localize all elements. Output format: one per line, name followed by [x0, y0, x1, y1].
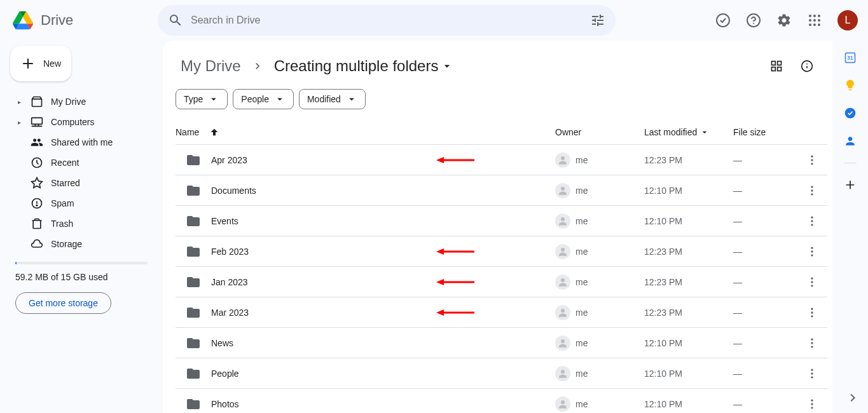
table-row[interactable]: Jan 2023 me 12:23 PM — — [176, 267, 827, 297]
owner-avatar-icon — [555, 335, 570, 351]
table-row[interactable]: People me 12:10 PM — — [176, 358, 827, 389]
svg-point-61 — [811, 369, 813, 370]
drive-icon — [31, 95, 43, 108]
expand-icon: ▸ — [15, 119, 23, 126]
drive-logo-home[interactable]: Drive — [10, 8, 153, 33]
search-bar[interactable] — [158, 5, 616, 36]
svg-point-2 — [753, 23, 754, 24]
svg-point-46 — [561, 278, 565, 282]
settings-icon[interactable] — [771, 8, 797, 33]
account-avatar[interactable]: L — [837, 10, 858, 30]
more-actions-icon[interactable] — [806, 184, 818, 197]
row-owner-label: me — [575, 277, 588, 287]
table-row[interactable]: Documents me 12:10 PM — — [176, 175, 827, 206]
expand-icon: ▸ — [15, 98, 23, 105]
folder-icon — [186, 152, 201, 168]
keep-icon[interactable] — [844, 79, 857, 91]
storage-icon — [31, 238, 43, 250]
nav-item-starred[interactable]: Starred — [10, 173, 153, 193]
svg-point-48 — [811, 281, 813, 283]
shared-icon — [31, 136, 43, 149]
owner-avatar-icon — [555, 244, 570, 259]
svg-point-52 — [561, 309, 565, 313]
folder-icon — [186, 274, 201, 290]
file-list: Name Owner Last modified File size Apr 2… — [163, 119, 832, 413]
more-actions-icon[interactable] — [806, 367, 818, 380]
svg-point-4 — [813, 15, 816, 17]
svg-rect-18 — [778, 62, 782, 65]
col-modified-header[interactable]: Last modified — [644, 127, 733, 137]
hide-panel-icon[interactable] — [845, 390, 860, 405]
nav-label: Computers — [51, 117, 94, 127]
row-size-label: — — [733, 216, 797, 226]
row-size-label: — — [733, 369, 797, 379]
contacts-icon[interactable] — [844, 135, 857, 147]
folder-icon — [186, 335, 201, 351]
tasks-icon[interactable] — [844, 107, 857, 119]
table-header: Name Owner Last modified File size — [176, 119, 827, 145]
add-on-icon[interactable] — [844, 179, 857, 191]
row-size-label: — — [733, 308, 797, 318]
filter-people[interactable]: People — [233, 89, 294, 109]
get-storage-button[interactable]: Get more storage — [15, 292, 111, 314]
folder-icon — [186, 244, 201, 259]
nav-item-storage[interactable]: Storage — [10, 234, 153, 254]
more-actions-icon[interactable] — [806, 337, 818, 349]
col-owner-header[interactable]: Owner — [555, 127, 644, 137]
svg-point-26 — [561, 156, 565, 160]
owner-avatar-icon — [555, 213, 570, 229]
more-actions-icon[interactable] — [806, 215, 818, 227]
dropdown-icon — [346, 93, 357, 105]
row-name-label: People — [211, 369, 239, 379]
more-actions-icon[interactable] — [806, 245, 818, 258]
filter-label: Type — [184, 94, 203, 104]
row-size-label: — — [733, 247, 797, 257]
side-panel: 31 — [832, 41, 868, 413]
table-row[interactable]: Photos me 12:10 PM — — [176, 389, 827, 413]
breadcrumb-root[interactable]: My Drive — [176, 55, 246, 78]
breadcrumb-current[interactable]: Creating multiple folders — [269, 55, 459, 78]
sort-arrow-icon[interactable] — [209, 127, 219, 137]
apps-icon[interactable] — [802, 8, 827, 33]
nav-item-computers[interactable]: ▸ Computers — [10, 112, 153, 132]
more-actions-icon[interactable] — [806, 398, 818, 410]
nav-item-spam[interactable]: Spam — [10, 193, 153, 213]
table-row[interactable]: Events me 12:10 PM — — [176, 206, 827, 236]
nav-label: Recent — [51, 158, 79, 168]
svg-point-5 — [818, 15, 820, 17]
tune-icon[interactable] — [590, 13, 605, 28]
breadcrumb: My Drive Creating multiple folders — [176, 55, 458, 78]
table-row[interactable]: Feb 2023 me 12:23 PM — — [176, 236, 827, 267]
more-actions-icon[interactable] — [806, 276, 818, 288]
help-icon[interactable] — [741, 8, 766, 33]
owner-avatar-icon — [555, 366, 570, 381]
row-name-label: News — [211, 338, 233, 348]
grid-view-icon[interactable] — [764, 53, 789, 79]
filter-modified[interactable]: Modified — [299, 89, 366, 109]
table-row[interactable]: News me 12:10 PM — — [176, 328, 827, 358]
more-actions-icon[interactable] — [806, 154, 818, 166]
row-size-label: — — [733, 186, 797, 196]
offline-ready-icon[interactable] — [710, 8, 736, 33]
dropdown-icon — [441, 60, 453, 72]
storage-section: 59.2 MB of 15 GB used Get more storage — [10, 262, 153, 314]
dropdown-icon — [274, 93, 286, 105]
new-button[interactable]: New — [10, 46, 71, 81]
calendar-icon[interactable]: 31 — [844, 51, 857, 64]
nav-item-drive[interactable]: ▸ My Drive — [10, 91, 153, 112]
row-owner-label: me — [575, 308, 588, 318]
more-actions-icon[interactable] — [806, 306, 818, 319]
table-row[interactable]: Mar 2023 me 12:23 PM — — [176, 297, 827, 328]
svg-point-28 — [811, 159, 813, 161]
filter-type[interactable]: Type — [176, 89, 228, 109]
nav-item-trash[interactable]: Trash — [10, 213, 153, 234]
col-size-header[interactable]: File size — [733, 127, 797, 137]
info-icon[interactable] — [794, 53, 820, 79]
col-name-header[interactable]: Name — [176, 127, 199, 137]
row-size-label: — — [733, 277, 797, 287]
search-input[interactable] — [191, 15, 582, 26]
svg-point-7 — [813, 19, 816, 22]
nav-item-shared[interactable]: Shared with me — [10, 132, 153, 152]
table-row[interactable]: Apr 2023 me 12:23 PM — — [176, 145, 827, 175]
nav-item-recent[interactable]: Recent — [10, 152, 153, 173]
